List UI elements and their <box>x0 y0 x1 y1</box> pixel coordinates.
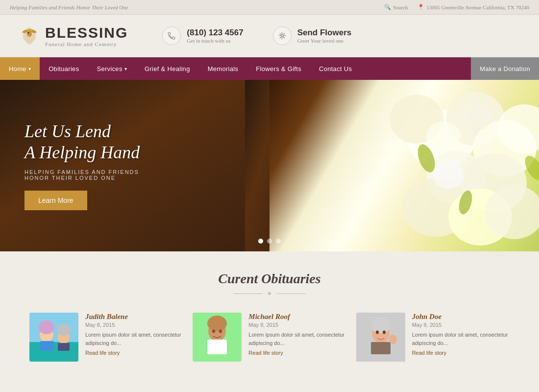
svg-rect-26 <box>58 343 70 351</box>
nav-grief-healing[interactable]: Grief & Healing <box>136 57 199 80</box>
obit-card-2: Michael Roof May 8, 2015 Lorem ipsum dol… <box>193 313 346 362</box>
flowers-sub: Greet Your loved one <box>297 38 352 44</box>
home-arrow-icon: ▾ <box>28 66 31 72</box>
phone-details: (810) 123 4567 Get in touch with us <box>187 28 243 44</box>
svg-point-24 <box>57 324 71 336</box>
nav-donate[interactable]: Make a Donation <box>471 57 539 80</box>
site-header: BLESSING Funeral Home and Cemetry (810) … <box>0 15 539 57</box>
obit-card-3: John Doe May 8, 2015 Lorem ipsum dolor s… <box>356 313 510 362</box>
obit-date-2: May 8, 2015 <box>248 322 346 328</box>
phone-number: (810) 123 4567 <box>187 28 243 38</box>
site-subtitle: Funeral Home and Cemetry <box>45 41 128 47</box>
flowers-title: Send Flowers <box>297 28 352 38</box>
divider-left-line <box>233 294 263 294</box>
obit-text-2: Lorem ipsum dolor sit amet, consectetur … <box>248 331 346 347</box>
divider-right-line <box>276 294 306 294</box>
hero-right-panel <box>270 80 539 251</box>
svg-rect-25 <box>40 341 54 351</box>
search-area[interactable]: 🔍 Search <box>384 4 408 10</box>
nav-obituaries[interactable]: Obituaries <box>40 57 88 80</box>
svg-point-35 <box>371 318 391 333</box>
location-icon: 📍 <box>417 4 424 10</box>
svg-point-13 <box>426 122 461 151</box>
nav-services[interactable]: Services ▾ <box>88 57 136 80</box>
svg-point-39 <box>389 335 397 344</box>
obituaries-section: Curent Obituaries ✦ <box>0 251 539 376</box>
hero-dot-3[interactable] <box>276 239 281 244</box>
svg-point-31 <box>212 330 215 333</box>
logo-bird-icon <box>20 25 39 47</box>
obit-read-more-3[interactable]: Read life story <box>412 350 510 356</box>
flower-icon <box>278 31 287 40</box>
nav-flowers-gifts[interactable]: Flowers & Gifts <box>247 57 310 80</box>
address-area: 📍 13005 Greenville Avenue California, TX… <box>417 4 529 10</box>
obit-date-1: May 8, 2015 <box>85 322 183 328</box>
obit-info-1: Judith Balene May 8, 2015 Lorem ipsum do… <box>85 313 183 362</box>
site-title: BLESSING <box>45 24 128 41</box>
obituaries-title: Curent Obituaries <box>10 271 529 287</box>
address-text: 13005 Greenville Avenue California, TX 7… <box>426 4 529 10</box>
hero-dots <box>258 239 281 244</box>
nav-memorials[interactable]: Memorials <box>199 57 247 80</box>
hero-dot-2[interactable] <box>267 239 272 244</box>
svg-point-0 <box>27 31 32 37</box>
main-nav: Home ▾ Obituaries Services ▾ Grief & Hea… <box>0 57 539 80</box>
search-icon: 🔍 <box>384 4 391 10</box>
svg-point-37 <box>376 331 379 334</box>
svg-point-1 <box>28 32 29 33</box>
svg-point-2 <box>281 35 283 37</box>
search-label: Search <box>393 4 408 10</box>
obit-info-3: John Doe May 8, 2015 Lorem ipsum dolor s… <box>412 313 510 362</box>
svg-rect-30 <box>207 340 227 354</box>
john-photo-svg <box>356 313 405 362</box>
obit-date-3: May 8, 2015 <box>412 322 510 328</box>
svg-point-15 <box>433 162 464 189</box>
flowers-details: Send Flowers Greet Your loved one <box>297 28 352 44</box>
phone-contact: (810) 123 4567 Get in touch with us <box>162 26 243 45</box>
phone-icon-circle <box>162 26 181 45</box>
obit-info-2: Michael Roof May 8, 2015 Lorem ipsum dol… <box>248 313 346 362</box>
svg-point-22 <box>39 320 54 334</box>
logo-text: BLESSING Funeral Home and Cemetry <box>45 24 128 47</box>
michael-photo-svg <box>193 313 242 362</box>
nav-contact-us[interactable]: Contact Us <box>310 57 361 80</box>
obit-name-3: John Doe <box>412 313 510 321</box>
hero-section: Let Us Lend A Helping Hand HELPING FAMIL… <box>0 80 539 251</box>
obit-image-judith <box>29 313 78 362</box>
obit-image-john <box>356 313 405 362</box>
svg-rect-36 <box>371 342 391 354</box>
logo-area: BLESSING Funeral Home and Cemetry <box>20 24 128 47</box>
obit-text-3: Lorem ipsum dolor sit amet, consectetur … <box>412 331 510 347</box>
svg-point-29 <box>207 316 227 331</box>
obit-name-1: Judith Balene <box>85 313 183 321</box>
obit-read-more-2[interactable]: Read life story <box>248 350 346 356</box>
divider-icon: ✦ <box>267 290 272 298</box>
svg-point-14 <box>463 103 492 130</box>
hero-left-panel: Let Us Lend A Helping Hand HELPING FAMIL… <box>0 80 270 251</box>
hero-title: Let Us Lend A Helping Hand <box>24 121 245 163</box>
learn-more-button[interactable]: Learn More <box>24 191 87 210</box>
obit-image-michael <box>193 313 242 362</box>
obit-read-more-1[interactable]: Read life story <box>85 350 183 356</box>
nav-home[interactable]: Home ▾ <box>0 57 40 80</box>
obituaries-grid: Judith Balene May 8, 2015 Lorem ipsum do… <box>10 313 529 362</box>
judith-photo-svg <box>29 313 78 362</box>
flowers-contact: Send Flowers Greet Your loved one <box>273 26 352 45</box>
phone-icon <box>167 31 176 40</box>
obit-name-2: Michael Roof <box>248 313 346 321</box>
section-divider: ✦ <box>10 290 529 298</box>
svg-point-38 <box>383 331 386 334</box>
obit-card-1: Judith Balene May 8, 2015 Lorem ipsum do… <box>29 313 183 362</box>
services-arrow-icon: ▾ <box>124 66 127 72</box>
top-bar-right: 🔍 Search 📍 13005 Greenville Avenue Calif… <box>384 4 529 10</box>
top-bar: Helping Families and Friends Honor Their… <box>0 0 539 15</box>
top-bar-tagline: Helping Families and Friends Honor Their… <box>10 4 128 10</box>
svg-point-32 <box>219 330 222 333</box>
hero-subtitle: HELPING FAMILIES AND FRIENDSHONOR THEIR … <box>24 169 245 181</box>
phone-sub: Get in touch with us <box>187 38 243 44</box>
flowers-decoration <box>270 80 539 251</box>
obit-text-1: Lorem ipsum dolor sit amet, consectetur … <box>85 331 183 347</box>
hero-dot-1[interactable] <box>258 239 263 244</box>
flowers-icon-circle <box>273 26 292 45</box>
